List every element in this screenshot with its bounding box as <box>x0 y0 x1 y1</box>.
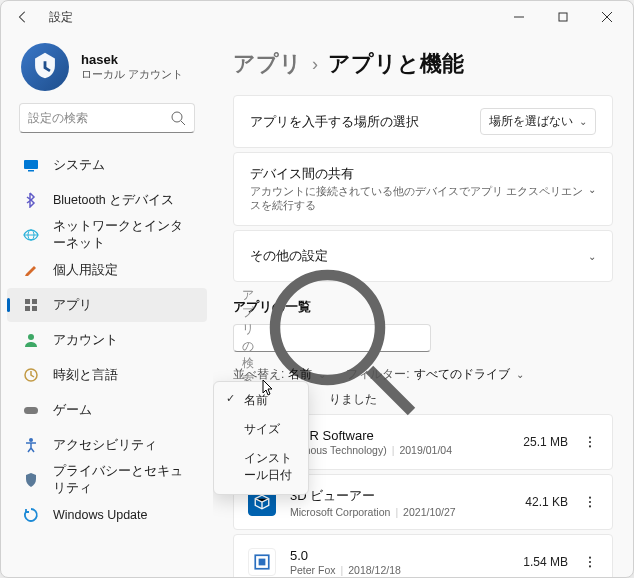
svg-point-26 <box>589 505 591 507</box>
svg-rect-10 <box>25 299 30 304</box>
filter-dropdown[interactable]: フィルター: すべてのドライブ ⌄ <box>346 366 523 383</box>
svg-rect-6 <box>24 160 38 169</box>
sidebar-item-label: ネットワークとインターネット <box>53 218 191 252</box>
sort-option[interactable]: サイズ <box>218 415 304 444</box>
search-placeholder: 設定の検索 <box>28 110 170 127</box>
sidebar-item-label: アプリ <box>53 297 92 314</box>
svg-point-22 <box>589 441 591 443</box>
app-name: 5.0 <box>290 548 512 563</box>
app-size: 25.1 MB <box>512 435 568 449</box>
chevron-down-icon: ⌄ <box>588 251 596 262</box>
app-name: OCR Software <box>290 428 512 443</box>
svg-rect-16 <box>24 407 38 414</box>
svg-point-29 <box>589 557 591 559</box>
user-profile[interactable]: hasek ローカル アカウント <box>1 39 213 103</box>
sidebar-item-privacy[interactable]: プライバシーとセキュリティ <box>7 463 207 497</box>
more-button[interactable] <box>576 428 604 456</box>
svg-point-17 <box>29 438 33 442</box>
svg-rect-7 <box>28 170 34 172</box>
chevron-down-icon: ⌄ <box>318 369 326 380</box>
sidebar-item-network[interactable]: ネットワークとインターネット <box>7 218 207 252</box>
app-size: 1.54 MB <box>512 555 568 569</box>
sidebar-item-gaming[interactable]: ゲーム <box>7 393 207 427</box>
svg-point-30 <box>589 561 591 563</box>
svg-rect-12 <box>25 306 30 311</box>
svg-line-5 <box>181 121 185 125</box>
svg-point-31 <box>589 565 591 567</box>
settings-search[interactable]: 設定の検索 <box>19 103 195 133</box>
sidebar-item-label: アクセシビリティ <box>53 437 157 454</box>
personalize-icon <box>23 262 39 278</box>
breadcrumb-current: アプリと機能 <box>328 49 464 79</box>
card-device-share[interactable]: デバイス間の共有 アカウントに接続されている他のデバイスでアプリ エクスペリエン… <box>233 152 613 226</box>
content-area: アプリ › アプリと機能 アプリを入手する場所の選択 場所を選ばない ⌄ デバイ… <box>213 33 633 577</box>
chevron-down-icon: ⌄ <box>588 184 596 195</box>
svg-point-18 <box>275 275 380 380</box>
gaming-icon <box>23 402 39 418</box>
breadcrumb: アプリ › アプリと機能 <box>233 49 613 79</box>
more-button[interactable] <box>576 548 604 576</box>
sidebar-item-label: 個人用設定 <box>53 262 118 279</box>
minimize-button[interactable] <box>497 2 541 32</box>
sidebar: hasek ローカル アカウント 設定の検索 システムBluetooth とデバ… <box>1 33 213 577</box>
svg-point-21 <box>589 437 591 439</box>
sidebar-item-label: 時刻と言語 <box>53 367 118 384</box>
app-size: 42.1 KB <box>512 495 568 509</box>
sort-option[interactable]: インストール日付 <box>218 444 304 490</box>
app-name: 3D ビューアー <box>290 487 512 505</box>
sidebar-item-label: システム <box>53 157 105 174</box>
time-icon <box>23 367 39 383</box>
svg-point-23 <box>589 445 591 447</box>
sidebar-item-label: アカウント <box>53 332 118 349</box>
app-meta: Microsoft Corporation|2021/10/27 <box>290 506 512 518</box>
sort-menu: 名前サイズインストール日付 <box>213 381 309 495</box>
account-icon <box>23 332 39 348</box>
search-icon <box>170 110 186 126</box>
svg-point-25 <box>589 501 591 503</box>
bluetooth-icon <box>23 192 39 208</box>
sidebar-item-update[interactable]: Windows Update <box>7 498 207 532</box>
app-meta: Peter Fox|2018/12/18 <box>290 564 512 576</box>
sidebar-item-time[interactable]: 時刻と言語 <box>7 358 207 392</box>
chevron-down-icon: ⌄ <box>516 369 524 380</box>
sort-option[interactable]: 名前 <box>218 386 304 415</box>
app-row[interactable]: 5.0Peter Fox|2018/12/181.54 MB <box>233 534 613 577</box>
sidebar-item-bluetooth[interactable]: Bluetooth とデバイス <box>7 183 207 217</box>
back-button[interactable] <box>9 3 37 31</box>
svg-rect-13 <box>32 306 37 311</box>
sidebar-item-account[interactable]: アカウント <box>7 323 207 357</box>
close-button[interactable] <box>585 2 629 32</box>
account-type: ローカル アカウント <box>81 67 183 82</box>
sidebar-item-label: ゲーム <box>53 402 92 419</box>
card-desc: アカウントに接続されている他のデバイスでアプリ エクスペリエンスを続行する <box>250 185 588 213</box>
maximize-button[interactable] <box>541 2 585 32</box>
svg-rect-11 <box>32 299 37 304</box>
update-icon <box>23 507 39 523</box>
more-button[interactable] <box>576 488 604 516</box>
network-icon <box>23 227 39 243</box>
sidebar-item-apps[interactable]: アプリ <box>7 288 207 322</box>
app-search-input[interactable]: アプリの検索 <box>233 324 431 352</box>
card-label: アプリを入手する場所の選択 <box>250 113 480 131</box>
user-name: hasek <box>81 52 183 67</box>
sidebar-item-label: Windows Update <box>53 508 148 522</box>
breadcrumb-parent[interactable]: アプリ <box>233 49 302 79</box>
card-label: デバイス間の共有 <box>250 165 588 183</box>
svg-point-4 <box>172 112 182 122</box>
system-icon <box>23 157 39 173</box>
apps-icon <box>23 297 39 313</box>
privacy-icon <box>23 472 39 488</box>
accessibility-icon <box>23 437 39 453</box>
sidebar-item-accessibility[interactable]: アクセシビリティ <box>7 428 207 462</box>
source-dropdown[interactable]: 場所を選ばない ⌄ <box>480 108 596 135</box>
sidebar-item-personalize[interactable]: 個人用設定 <box>7 253 207 287</box>
svg-rect-28 <box>259 559 266 566</box>
chevron-down-icon: ⌄ <box>579 116 587 127</box>
window-title: 設定 <box>49 9 73 26</box>
sidebar-item-label: プライバシーとセキュリティ <box>53 463 191 497</box>
svg-point-24 <box>589 497 591 499</box>
svg-rect-1 <box>559 13 567 21</box>
titlebar: 設定 <box>1 1 633 33</box>
chevron-right-icon: › <box>312 54 318 75</box>
sidebar-item-system[interactable]: システム <box>7 148 207 182</box>
